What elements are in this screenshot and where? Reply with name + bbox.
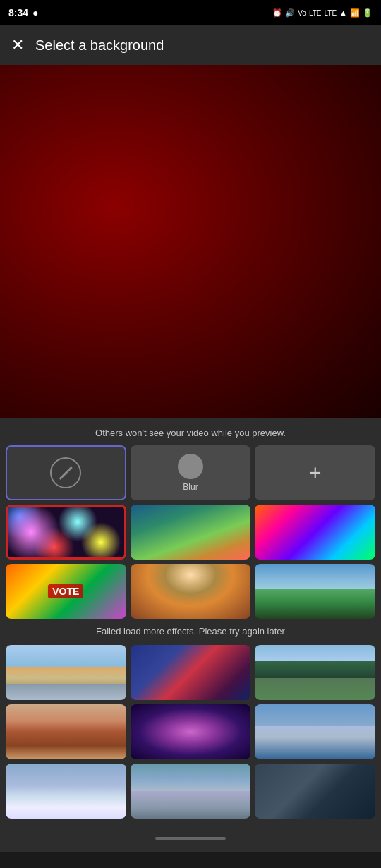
volte-icon: Vo [298, 9, 306, 17]
mountains-background-option[interactable] [255, 645, 375, 700]
canyon-background-option[interactable] [6, 704, 126, 759]
colorful-thumbnail [255, 505, 375, 560]
status-right: ⏰ 🔊 Vo LTE LTE ▲ 📶 🔋 [272, 8, 373, 18]
close-button[interactable]: ✕ [11, 37, 24, 53]
clouds-thumbnail [6, 764, 126, 819]
background-options-scroll[interactable]: Blur + [0, 445, 381, 824]
page-title: Select a background [35, 37, 164, 54]
spotify-icon: ● [32, 7, 38, 18]
fantasy-thumbnail [131, 564, 251, 619]
none-icon [50, 457, 81, 488]
volume-icon: 🔊 [285, 8, 295, 18]
canyon-thumbnail [6, 704, 126, 759]
galaxy-thumbnail [131, 704, 251, 759]
festival-thumbnail [131, 645, 251, 700]
mountains-thumbnail [255, 645, 375, 700]
colorful-background-option[interactable] [255, 505, 375, 560]
ocean-background-option[interactable] [131, 764, 251, 819]
status-bar: 8:34 ● ⏰ 🔊 Vo LTE LTE ▲ 📶 🔋 [0, 0, 381, 25]
lake-background-option[interactable] [255, 564, 375, 619]
header: ✕ Select a background [0, 25, 381, 65]
lte2-icon: LTE [325, 9, 337, 17]
ocean-thumbnail [131, 764, 251, 819]
blur-option[interactable]: Blur [131, 445, 251, 500]
room-background-option[interactable] [255, 764, 375, 819]
clouds-background-option[interactable] [6, 764, 126, 819]
nav-indicator [155, 837, 226, 840]
fantasy-background-option[interactable] [131, 564, 251, 619]
bokeh-thumbnail [8, 507, 124, 557]
signal-icon: ▲ [339, 8, 347, 17]
none-option[interactable] [6, 445, 126, 500]
time-display: 8:34 [8, 7, 28, 18]
bokeh-background-option[interactable] [6, 505, 126, 560]
galaxy-background-option[interactable] [131, 704, 251, 759]
beach-background-option[interactable] [6, 645, 126, 700]
battery-icon: 🔋 [363, 8, 373, 18]
vote-thumbnail [6, 564, 126, 619]
add-background-button[interactable]: + [255, 445, 375, 500]
lake-thumbnail [255, 564, 375, 619]
festival-background-option[interactable] [131, 645, 251, 700]
preview-notice: Others won't see your video while you pr… [0, 425, 381, 445]
bottom-nav [0, 824, 381, 852]
waves-thumbnail [131, 505, 251, 560]
blur-label: Blur [183, 482, 198, 492]
waves-background-option[interactable] [131, 505, 251, 560]
status-left: 8:34 ● [8, 7, 39, 18]
background-grid: Blur + [0, 445, 381, 824]
alarm-icon: ⏰ [272, 8, 282, 18]
beach-thumbnail [6, 645, 126, 700]
bottom-panel: Others won't see your video while you pr… [0, 418, 381, 852]
background-preview [0, 65, 381, 418]
plus-icon: + [309, 462, 322, 483]
error-message: Failed load more effects. Please try aga… [6, 623, 375, 641]
blur-avatar [178, 454, 203, 479]
wifi-icon: 📶 [350, 8, 360, 18]
room-thumbnail [255, 764, 375, 819]
biplane-background-option[interactable] [255, 704, 375, 759]
biplane-thumbnail [255, 704, 375, 759]
vote-background-option[interactable] [6, 564, 126, 619]
lte1-icon: LTE [309, 9, 322, 17]
